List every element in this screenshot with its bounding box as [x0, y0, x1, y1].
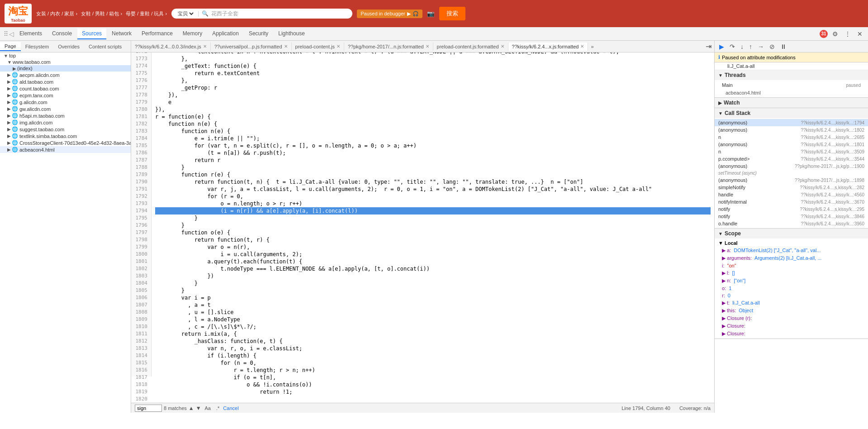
tab-security[interactable]: Security: [244, 29, 273, 39]
tree-item-textlink[interactable]: ▶ 🌐 textlink.simba.taobao.com: [0, 133, 131, 139]
scope-item-closure-2[interactable]: ▶ Closure:: [715, 330, 868, 338]
filetree-tab-content-scripts[interactable]: Content scripts: [84, 43, 126, 51]
tab-sources[interactable]: Sources: [77, 29, 106, 39]
source-tab-4[interactable]: preload-content.js:formatted ✕: [433, 43, 508, 51]
case-sensitive-btn[interactable]: Aa: [203, 405, 213, 412]
threads-header[interactable]: ▼ Threads: [715, 70, 868, 80]
tab-performance[interactable]: Performance: [137, 29, 177, 39]
tab-elements[interactable]: Elements: [15, 29, 47, 39]
scope-item-l[interactable]: ▶ l: []: [715, 269, 868, 277]
scope-item-r[interactable]: r: 0: [715, 292, 868, 299]
tab-network[interactable]: Network: [107, 29, 136, 39]
call-stack-item-11[interactable]: notify ??kissy/k/6.2.4...,s,kissy/k...:2…: [715, 205, 868, 213]
source-tab-more[interactable]: »: [588, 43, 596, 51]
scope-header[interactable]: ▼ Scope: [715, 229, 868, 238]
tree-item-g[interactable]: ▶ 🌐 g.alicdn.com: [0, 99, 131, 105]
settings-button[interactable]: ⚙: [830, 29, 840, 38]
nav-link[interactable]: 母婴 / 童鞋 / 玩具 ›: [126, 10, 167, 17]
call-stack-header[interactable]: ▼ Call Stack: [715, 108, 868, 118]
filetree-tab-overrides[interactable]: Overrides: [53, 43, 84, 51]
close-tab-1[interactable]: ✕: [284, 44, 288, 49]
filetree-tab-page[interactable]: Page: [0, 42, 21, 51]
close-tab-0[interactable]: ✕: [203, 44, 207, 49]
call-stack-item-12[interactable]: notify ??kissy/k/6.2.4...,kissy/k...:384…: [715, 213, 868, 220]
source-tab-5[interactable]: ??kissy/k/6.2.4...x.js:formatted ✕: [508, 43, 588, 51]
search-select[interactable]: 宝贝: [176, 10, 195, 17]
scope-item-i[interactable]: i: "on": [715, 262, 868, 269]
nav-link[interactable]: 女装 / 内衣 / 家居 ›: [36, 10, 77, 17]
scope-item-n[interactable]: ▶ n: ["on"]: [715, 277, 868, 285]
scope-item-o[interactable]: o: 1: [715, 285, 868, 292]
call-stack-item-10[interactable]: notifyInternal ??kissy/k/6.2.4...,kissy/…: [715, 198, 868, 205]
close-tab-4[interactable]: ✕: [501, 44, 504, 49]
tree-item-top[interactable]: ▼ top: [0, 52, 131, 59]
call-stack-item-13[interactable]: o.handle ??kissy/k/6.2.4...,kissy/k...:3…: [715, 220, 868, 227]
tree-item-aecpm[interactable]: ▶ 🌐 aecpm.alicdn.com: [0, 72, 131, 78]
camera-button[interactable]: 📷: [427, 10, 435, 17]
step-into-button[interactable]: ↓: [739, 42, 745, 51]
source-tab-2[interactable]: preload-content.js ✕: [292, 43, 344, 51]
tree-item-img[interactable]: ▶ 🌐 img.alicdn.com: [0, 119, 131, 126]
call-stack-item-9[interactable]: handle ??kissy/k/6.2.4...,kissy/k...:456…: [715, 191, 868, 198]
tab-memory[interactable]: Memory: [178, 29, 207, 39]
tab-lighthouse[interactable]: Lighthouse: [274, 29, 309, 39]
thread-main[interactable]: Main paused: [715, 81, 868, 89]
close-tab-3[interactable]: ✕: [426, 44, 429, 49]
call-stack-item-3[interactable]: (anonymous) ??kissy/k/6.2.4...,kissy/k..…: [715, 141, 868, 148]
resume-button[interactable]: ▶: [717, 42, 726, 51]
deactivate-breakpoints-button[interactable]: ⊘: [768, 42, 777, 51]
step-over-button[interactable]: ↷: [728, 42, 737, 51]
tab-application[interactable]: Application: [208, 29, 243, 39]
more-button[interactable]: ⋮: [843, 29, 853, 38]
call-stack-item-7[interactable]: (anonymous) ??pkg/home-2017/...js,kg/p..…: [715, 176, 868, 184]
source-tab-0[interactable]: ??kissy/k/6.2.4...0.0.3/index.js ✕: [131, 43, 211, 51]
step-out-button[interactable]: ↑: [747, 42, 754, 51]
tree-item-taobao[interactable]: ▼ www.taobao.com: [0, 59, 131, 65]
call-stack-item-1[interactable]: (anonymous) ??kissy/k/6.2.4...,kissy/k..…: [715, 126, 868, 133]
thread-acbeacon[interactable]: acbeacon4.html: [715, 89, 868, 96]
search-up-icon[interactable]: ▲: [189, 405, 194, 411]
search-input[interactable]: [211, 10, 348, 17]
call-stack-item-2[interactable]: n ??kissy/k/6.2.4...,kissy/k...:2685: [715, 133, 868, 141]
scope-item-this[interactable]: ▶ this: Object: [715, 307, 868, 315]
search-cancel-btn[interactable]: Cancel: [223, 405, 238, 411]
tree-item-suggest[interactable]: ▶ 🌐 suggest.taobao.com: [0, 126, 131, 133]
scope-item-arguments[interactable]: ▶ arguments: Arguments(2) [li.J_Cat.a-al…: [715, 254, 868, 262]
call-stack-item-4[interactable]: n ??kissy/k/6.2.4...,kissy/k...:3509: [715, 148, 868, 155]
tree-item-acbeacon[interactable]: ▶ 🌐 acbeacon4.html: [0, 146, 131, 153]
search-bottom-input[interactable]: [135, 405, 162, 412]
source-tab-1[interactable]: ??universal/pol...p.js:formatted ✕: [211, 43, 292, 51]
nav-link[interactable]: 女鞋 / 男鞋 / 箱包 ›: [81, 10, 122, 17]
regex-btn[interactable]: .*: [214, 405, 221, 412]
scope-item-a[interactable]: ▶ a: DOMTokenList(2) ["J_Cat", "a-all", …: [715, 247, 868, 254]
close-devtools-button[interactable]: ✕: [855, 29, 864, 38]
tree-item-h5api[interactable]: ▶ 🌐 h5api.m.taobao.com: [0, 112, 131, 119]
call-stack-item-8[interactable]: simpleNotify ??kissy/k/6.2.4...,s,kissy/…: [715, 184, 868, 191]
tab-console[interactable]: Console: [47, 29, 76, 39]
tree-item-index[interactable]: ▶ (index): [0, 65, 131, 72]
watch-header[interactable]: ▶ Watch: [715, 98, 868, 108]
tree-item-ecpm[interactable]: ▶ 🌐 ecpm.tanx.com: [0, 92, 131, 99]
call-stack-item-6[interactable]: (anonymous) ??pkg/home-2017/...js,kg/p..…: [715, 162, 868, 170]
tree-item-cross[interactable]: ▶ 🌐 CrossStorageClient-70d13ed0-45e2-4d3…: [0, 139, 131, 146]
step-button[interactable]: →: [756, 42, 766, 51]
call-stack-item-0[interactable]: (anonymous) ??kissy/k/6.2.4...,kissy/k..…: [715, 119, 868, 126]
filetree-tab-more[interactable]: »: [126, 43, 131, 51]
close-tab-2[interactable]: ✕: [337, 44, 340, 49]
filetree-tab-filesystem[interactable]: Filesystem: [21, 43, 54, 51]
scope-item-closure-r[interactable]: ▶ Closure (r):: [715, 315, 868, 322]
call-stack-item-5[interactable]: p.ccomputed> ??kissy/k/6.2.4...,kissy/k.…: [715, 155, 868, 162]
scope-item-closure-1[interactable]: ▶ Closure:: [715, 322, 868, 330]
search-down-icon[interactable]: ▼: [196, 405, 201, 411]
scope-item-t[interactable]: ▶ t: li.J_Cat.a-all: [715, 299, 868, 307]
tree-item-gw[interactable]: ▶ 🌐 gw.alicdn.com: [0, 105, 131, 112]
local-scope-header[interactable]: ▼ Local: [715, 239, 868, 247]
source-tab-3[interactable]: ??pkg/home-2017/...n.js:formatted ✕: [344, 43, 433, 51]
search-button[interactable]: 搜索: [439, 7, 465, 20]
close-tab-5[interactable]: ✕: [580, 44, 584, 49]
tree-item-count[interactable]: ▶ 🌐 count.taobao.com: [0, 85, 131, 92]
tree-item-ald[interactable]: ▶ 🌐 ald.taobao.com: [0, 78, 131, 85]
source-tab-split[interactable]: ⇥: [703, 41, 714, 52]
pause-on-exceptions-button[interactable]: ⏸: [778, 42, 788, 51]
code-lines[interactable]: n = r[o], u = n.nodeType, u === a.ELEMEN…: [152, 52, 714, 377]
